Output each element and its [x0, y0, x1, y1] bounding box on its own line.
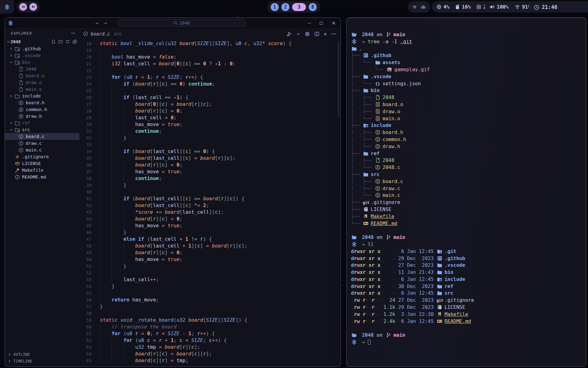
workspace-3-active[interactable]: 3 — [292, 3, 306, 11]
explorer-item-.vscode[interactable]: .vscode — [5, 52, 79, 59]
code-line-64[interactable]: 64 board[r][c] = board[c][r]; — [83, 351, 341, 357]
terminal-window[interactable]: 2048 on main → tree -a -I .git.├── .gith… — [346, 17, 586, 367]
launcher-button[interactable] — [0, 0, 14, 14]
weather-widget[interactable] — [408, 1, 430, 13]
code-line-58[interactable]: 58 — [83, 310, 341, 317]
run-debug-icon[interactable] — [287, 31, 292, 36]
code-line-37[interactable]: 37 has_move = true; — [83, 168, 341, 175]
code-line-42[interactable]: 42 board[last_cell][c] *= 2; — [83, 202, 341, 209]
code-line-65[interactable]: 65 board[c][r] = tmp; — [83, 357, 341, 364]
workspace-1[interactable]: 1 — [271, 3, 279, 11]
code-line-56[interactable]: 56 return has_move; — [83, 297, 341, 303]
code-line-29[interactable]: 29 last_cell = 0; — [83, 114, 341, 121]
code-line-21[interactable]: 21 i32 last_cell = board[0][c] == 0 ? -1… — [83, 60, 341, 67]
explorer-item-include[interactable]: include — [5, 93, 79, 99]
nav-forward-button[interactable]: → — [104, 20, 107, 26]
chevron-down-icon[interactable] — [296, 32, 300, 36]
code-line-45[interactable]: 45 has_move = true; — [83, 222, 341, 229]
timeline-section[interactable]: TIMELINE — [5, 358, 79, 365]
code-line-54[interactable]: 54 } — [83, 283, 341, 290]
code-line-25[interactable]: 25 — [83, 87, 341, 94]
media-previous-button[interactable] — [19, 3, 27, 11]
code-line-31[interactable]: 31 continue; — [83, 128, 341, 135]
minimize-button[interactable]: — — [308, 21, 311, 26]
scrollbar-thumb[interactable] — [337, 41, 340, 118]
command-center-search[interactable]: 2048 — [118, 19, 246, 27]
code-line-40[interactable]: 40 — [83, 189, 341, 195]
code-line-26[interactable]: 26 if (last_cell == -1) { — [83, 94, 341, 101]
project-root-row[interactable]: 2048 — [5, 38, 79, 45]
code-line-60[interactable]: 60 // transpose the board — [83, 324, 341, 330]
code-line-44[interactable]: 44 board[r][c] = 0; — [83, 216, 341, 222]
explorer-item-main.o[interactable]: main.o — [5, 86, 79, 93]
close-button[interactable]: × — [332, 20, 336, 26]
code-line-63[interactable]: 63 u32 tmp = board[r][c]; — [83, 344, 341, 351]
code-line-35[interactable]: 35 board[last_cell][c] = board[r][c]; — [83, 155, 341, 162]
code-line-41[interactable]: 41 if (board[last_cell][c] == board[r][c… — [83, 195, 341, 202]
explorer-item-src[interactable]: {}src — [5, 126, 79, 133]
active-tab[interactable]: C board.c src — [83, 31, 122, 37]
explorer-item-.github[interactable]: .github — [5, 45, 79, 52]
code-line-20[interactable]: 20 bool has_move = false; — [83, 54, 341, 60]
code-line-36[interactable]: 36 board[r][c] = 0; — [83, 162, 341, 168]
workspace-8[interactable]: 8 — [309, 3, 317, 11]
explorer-item-board.o[interactable]: board.o — [5, 72, 79, 79]
code-line-27[interactable]: 27 board[0][c] = board[r][c]; — [83, 101, 341, 108]
code-line-46[interactable]: 46 } — [83, 229, 341, 236]
explorer-item-draw.h[interactable]: Hdraw.h — [5, 113, 79, 120]
code-line-53[interactable]: 53 last_cell++; — [83, 276, 341, 283]
code-line-23[interactable]: 23 for (u8 r = 1; r < SIZE; r++) { — [83, 74, 341, 81]
code-line-38[interactable]: 38 continue; — [83, 175, 341, 182]
explorer-item-draw.o[interactable]: draw.o — [5, 79, 79, 86]
code-line-28[interactable]: 28 board[r][c] = 0; — [83, 108, 341, 114]
explorer-item-bin[interactable]: bin — [5, 59, 79, 66]
collapse-all-icon[interactable] — [73, 40, 77, 44]
code-line-47[interactable]: 47 else if (last_cell + 1 != r) { — [83, 236, 341, 243]
code-line-43[interactable]: 43 *score += board[last_cell][c]; — [83, 209, 341, 216]
more-actions-icon[interactable] — [71, 31, 75, 36]
editor-titlebar[interactable]: ← → 2048 — × — [5, 18, 341, 28]
code-line-61[interactable]: 61 for (u8 r = 0; r < SIZE - 1; r++) { — [83, 330, 341, 337]
explorer-item-draw.c[interactable]: Cdraw.c — [5, 140, 79, 147]
code-line-34[interactable]: 34 if (board[last_cell][c] == 0) { — [83, 148, 341, 155]
explorer-item-ref[interactable]: ref — [5, 120, 79, 126]
code-line-18[interactable]: 18static bool _slide_col(u32 board[SIZE]… — [83, 40, 341, 47]
code-line-52[interactable]: 52 — [83, 270, 341, 276]
code-line-50[interactable]: 50 has_move = true; — [83, 256, 341, 263]
explorer-item-main.c[interactable]: Cmain.c — [5, 147, 79, 153]
maximize-button[interactable] — [319, 21, 323, 26]
code-line-55[interactable]: 55 — [83, 290, 341, 297]
new-file-icon[interactable] — [51, 40, 56, 44]
code-line-49[interactable]: 49 board[r][c] = 0; — [83, 249, 341, 256]
code-line-33[interactable]: 33 — [83, 141, 341, 148]
explorer-item-.gitignore[interactable]: .gitignore — [5, 153, 79, 160]
explorer-item-README.md[interactable]: README.md — [5, 174, 79, 180]
split-editor-icon[interactable] — [314, 31, 319, 36]
explorer-item-Makefile[interactable]: Makefile — [5, 167, 79, 174]
code-line-59[interactable]: 59static void _rotate_board(u32 board[SI… — [83, 317, 341, 324]
clock-widget[interactable]: 21:46 — [529, 1, 588, 13]
code-line-19[interactable]: 19 — [83, 47, 341, 54]
code-editor[interactable]: 18static bool _slide_col(u32 board[SIZE]… — [79, 40, 341, 367]
explorer-item-board.c[interactable]: Cboard.c — [5, 133, 79, 140]
explorer-item-board.h[interactable]: Hboard.h — [5, 99, 79, 106]
code-line-30[interactable]: 30 has_move = true; — [83, 121, 341, 128]
new-folder-icon[interactable] — [58, 40, 63, 44]
code-line-48[interactable]: 48 board[last_cell + 1][c] = board[r][c]… — [83, 243, 341, 249]
code-line-22[interactable]: 22 — [83, 67, 341, 74]
nav-back-button[interactable]: ← — [96, 20, 99, 26]
explorer-item-common.h[interactable]: Hcommon.h — [5, 106, 79, 113]
refresh-icon[interactable] — [66, 40, 70, 44]
explorer-item-2048[interactable]: 2048 — [5, 66, 79, 72]
code-line-62[interactable]: 62 for (u8 c = r + 1; c < SIZE; c++) { — [83, 337, 341, 344]
code-line-32[interactable]: 32 } — [83, 135, 341, 141]
code-line-24[interactable]: 24 if (board[r][c] == 0) continue; — [83, 81, 341, 87]
more-actions-icon[interactable] — [331, 31, 336, 36]
code-line-51[interactable]: 51 } — [83, 263, 341, 270]
close-editor-icon[interactable]: × — [324, 31, 327, 37]
outline-section[interactable]: OUTLINE — [5, 351, 79, 358]
workspace-2[interactable]: 2 — [281, 3, 289, 11]
gear-icon[interactable] — [305, 31, 310, 36]
code-line-39[interactable]: 39 } — [83, 182, 341, 189]
code-line-57[interactable]: 57} — [83, 303, 341, 310]
